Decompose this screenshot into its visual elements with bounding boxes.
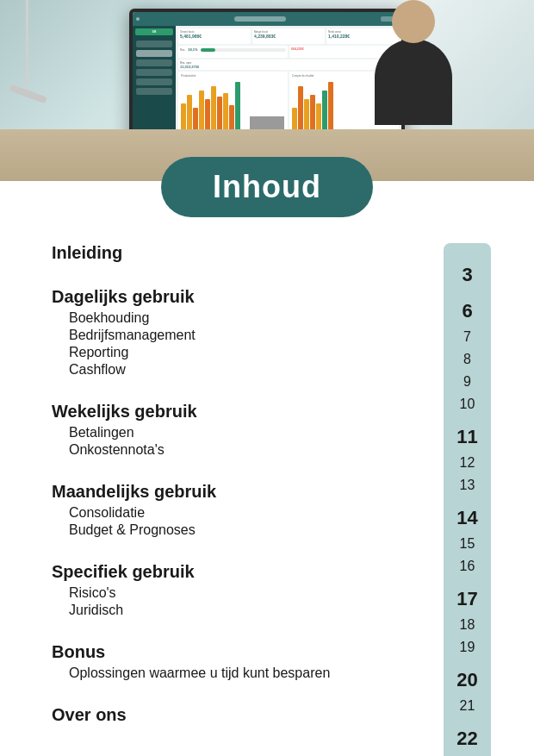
toc-sub-row[interactable]: Oplossingen waarmee u tijd kunt besparen — [52, 665, 444, 681]
toc-sub-row[interactable]: Cashflow — [52, 362, 444, 378]
page-num-sub: 18 — [450, 614, 484, 636]
page-num-main-specifiek: 17 — [450, 584, 484, 614]
toc-title-specifiek: Specifiek gebruik — [52, 562, 195, 582]
toc-sub-row[interactable]: Betalingen — [52, 425, 444, 440]
toc-sub-label: Budget & Prognoses — [69, 522, 196, 538]
page-num-sub: 7 — [450, 326, 484, 348]
page-num-main-dagelijks: 6 — [450, 297, 484, 326]
page-num-sub: 12 — [450, 452, 484, 474]
toc-title-wekelijks: Wekelijks gebruik — [52, 402, 197, 422]
page-num-sub: 21 — [450, 695, 484, 717]
page-num-sub: 9 — [450, 371, 484, 393]
toc-sub-row[interactable]: Juridisch — [52, 603, 444, 618]
toc-sub-label: Boekhouding — [69, 310, 149, 326]
toc-section-inleiding: Inleiding — [52, 243, 444, 263]
toc-section-wekelijks: Wekelijks gebruikBetalingenOnkostennota'… — [52, 402, 444, 458]
toc-sub-row[interactable]: Risico's — [52, 585, 444, 601]
page-num-main-wekelijks: 11 — [450, 422, 484, 452]
toc-title-dagelijks: Dagelijks gebruik — [52, 287, 195, 307]
page-num-sub: 19 — [450, 636, 484, 659]
toc-title-bonus: Bonus — [52, 642, 105, 662]
toc-section-over-ons: Over ons — [52, 705, 444, 725]
toc-sub-label: Bedrijfsmanagement — [69, 328, 196, 343]
toc-sub-row[interactable]: Reporting — [52, 345, 444, 360]
toc-section-dagelijks: Dagelijks gebruikBoekhoudingBedrijfsmana… — [52, 287, 444, 378]
toc-main-row-bonus[interactable]: Bonus — [52, 642, 444, 662]
page-num-sub: 13 — [450, 474, 484, 497]
toc-main-row-specifiek[interactable]: Specifiek gebruik — [52, 562, 444, 582]
page-num-main-inleiding: 3 — [450, 260, 484, 290]
toc-section-specifiek: Specifiek gebruikRisico'sJuridisch — [52, 562, 444, 618]
toc-sub-label: Oplossingen waarmee u tijd kunt besparen — [69, 665, 330, 681]
toc-main-row-over-ons[interactable]: Over ons — [52, 705, 444, 725]
page-num-sub: 15 — [450, 533, 484, 555]
toc-sub-label: Consolidatie — [69, 505, 145, 521]
toc-sub-row[interactable]: Bedrijfsmanagement — [52, 328, 444, 343]
toc-section-bonus: BonusOplossingen waarmee u tijd kunt bes… — [52, 642, 444, 681]
page-title: Inhoud — [161, 157, 373, 217]
toc-sub-label: Reporting — [69, 345, 128, 360]
page-num-sub: 10 — [450, 393, 484, 415]
toc-main-row-dagelijks[interactable]: Dagelijks gebruik — [52, 287, 444, 307]
toc-title-maandelijks: Maandelijks gebruik — [52, 482, 216, 502]
title-pill: Inhoud — [0, 157, 534, 217]
toc-sub-row[interactable]: Onkostennota's — [52, 442, 444, 458]
toc-main-row-maandelijks[interactable]: Maandelijks gebruik — [52, 482, 444, 502]
page-num-main-over-ons: 22 — [450, 724, 484, 753]
toc-title-inleiding: Inleiding — [52, 243, 122, 263]
page-num-main-bonus: 20 — [450, 665, 484, 695]
toc-title-over-ons: Over ons — [52, 705, 127, 725]
toc-sub-label: Risico's — [69, 585, 116, 601]
page-num-sub: 16 — [450, 555, 484, 578]
toc-content: InleidingDagelijks gebruikBoekhoudingBed… — [0, 217, 534, 756]
person-silhouette — [362, 0, 465, 134]
toc-sub-label: Onkostennota's — [69, 442, 165, 458]
page-num-main-maandelijks: 14 — [450, 503, 484, 533]
toc-main-row-wekelijks[interactable]: Wekelijks gebruik — [52, 402, 444, 422]
toc-main-row-inleiding[interactable]: Inleiding — [52, 243, 444, 263]
toc-sub-row[interactable]: Boekhouding — [52, 310, 444, 326]
toc-sub-row[interactable]: Budget & Prognoses — [52, 522, 444, 538]
toc-sub-label: Betalingen — [69, 425, 134, 440]
toc-sub-row[interactable]: Consolidatie — [52, 505, 444, 521]
page-num-sub: 8 — [450, 348, 484, 371]
hero-section: EM Omzet bruto 5,461,986€ — [0, 0, 534, 181]
toc-sub-label: Cashflow — [69, 362, 126, 378]
toc-section-maandelijks: Maandelijks gebruikConsolidatieBudget & … — [52, 482, 444, 538]
toc-sub-label: Juridisch — [69, 603, 123, 618]
